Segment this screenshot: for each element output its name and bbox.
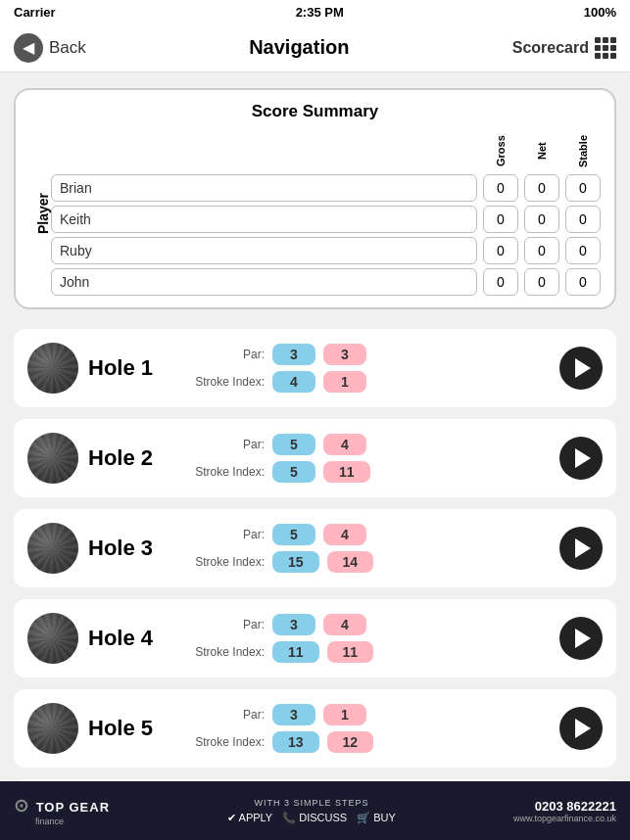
player-net-3: 0: [524, 268, 559, 296]
par-row: Par: 5 4: [186, 434, 550, 455]
hole-stats: Par: 3 3 Stroke Index: 4 1: [186, 344, 550, 393]
player-net-2: 0: [524, 237, 559, 264]
player-stable-0: 0: [565, 174, 601, 202]
hole-stats: Par: 3 4 Stroke Index: 11 11: [186, 614, 550, 663]
par-label: Par:: [186, 708, 265, 722]
main-content: Score Summary Player Gross Net Stable Br…: [0, 72, 630, 840]
player-stable-3: 0: [565, 268, 601, 296]
hole-title: Hole 3: [88, 536, 176, 561]
par-pink: 4: [323, 434, 366, 455]
stroke-row: Stroke Index: 5 11: [186, 461, 550, 483]
par-pink: 3: [323, 344, 366, 365]
player-column-label: Player: [29, 131, 51, 296]
scorecard-button[interactable]: Scorecard: [512, 37, 616, 59]
stroke-row: Stroke Index: 11 11: [186, 641, 550, 663]
par-blue: 5: [272, 524, 315, 545]
banner-phone: 0203 8622221: [513, 799, 616, 814]
player-net-0: 0: [524, 174, 559, 202]
hole-title: Hole 4: [88, 626, 176, 651]
play-button-1[interactable]: [559, 347, 603, 390]
par-row: Par: 3 3: [186, 344, 550, 365]
par-blue: 3: [272, 614, 315, 635]
stroke-blue: 13: [272, 731, 319, 753]
stroke-label: Stroke Index:: [186, 735, 265, 749]
player-name-3: John: [51, 268, 477, 296]
banner-buy: 🛒 BUY: [357, 812, 396, 824]
par-label: Par:: [186, 438, 265, 451]
play-icon: [575, 358, 591, 378]
play-button-2[interactable]: [559, 437, 603, 480]
hole-card-1: Hole 1 Par: 3 3 Stroke Index: 4 1: [14, 329, 616, 407]
golf-ball-icon: [27, 613, 78, 664]
banner-ad: ⊙ TOP GEAR finance WITH 3 SIMPLE STEPS ✔…: [0, 781, 630, 840]
stroke-row: Stroke Index: 13 12: [186, 731, 550, 753]
golf-ball-icon: [27, 343, 78, 394]
play-icon: [575, 629, 591, 648]
par-label: Par:: [186, 618, 265, 631]
banner-middle: WITH 3 SIMPLE STEPS ✔ APPLY 📞 DISCUSS 🛒 …: [227, 798, 396, 824]
banner-right: 0203 8622221 www.topgearfinance.co.uk: [513, 799, 616, 823]
play-button-5[interactable]: [559, 707, 603, 750]
par-pink: 1: [323, 704, 366, 725]
nav-bar: ◀ Back Navigation Scorecard: [0, 23, 630, 72]
back-circle-icon: ◀: [14, 33, 43, 63]
par-label: Par:: [186, 528, 265, 541]
par-row: Par: 3 4: [186, 614, 550, 635]
score-row: Ruby 0 0 0: [51, 237, 601, 264]
scorecard-label: Scorecard: [512, 39, 589, 57]
player-gross-0: 0: [483, 174, 518, 202]
banner-logo: ⊙ TOP GEAR finance: [14, 795, 110, 826]
status-carrier: Carrier: [14, 5, 56, 20]
hole-card-2: Hole 2 Par: 5 4 Stroke Index: 5 11: [14, 419, 616, 497]
player-net-1: 0: [524, 206, 559, 233]
player-gross-2: 0: [483, 237, 518, 264]
stroke-blue: 11: [272, 641, 319, 663]
play-button-3[interactable]: [559, 527, 603, 570]
back-label: Back: [49, 38, 86, 58]
par-blue: 3: [272, 704, 315, 725]
hole-stats: Par: 3 1 Stroke Index: 13 12: [186, 704, 550, 753]
play-icon: [575, 448, 591, 468]
banner-actions: ✔ APPLY 📞 DISCUSS 🛒 BUY: [227, 812, 396, 824]
banner-steps: WITH 3 SIMPLE STEPS: [227, 798, 396, 808]
hole-card-4: Hole 4 Par: 3 4 Stroke Index: 11 11: [14, 599, 616, 677]
hole-title: Hole 2: [88, 445, 176, 471]
status-battery: 100%: [584, 5, 616, 20]
play-icon: [575, 719, 591, 738]
banner-discuss: 📞 DISCUSS: [282, 812, 347, 824]
nav-title: Navigation: [249, 36, 349, 59]
stroke-row: Stroke Index: 4 1: [186, 371, 550, 393]
net-header: Net: [524, 131, 559, 170]
grid-icon: [595, 37, 616, 59]
stroke-pink: 11: [323, 461, 370, 483]
hole-stats: Par: 5 4 Stroke Index: 5 11: [186, 434, 550, 483]
stroke-blue: 5: [272, 461, 315, 483]
golf-ball-icon: [27, 433, 78, 484]
hole-card-3: Hole 3 Par: 5 4 Stroke Index: 15 14: [14, 509, 616, 587]
player-gross-1: 0: [483, 206, 518, 233]
score-row: Brian 0 0 0: [51, 174, 601, 202]
score-summary: Score Summary Player Gross Net Stable Br…: [14, 88, 616, 309]
back-button[interactable]: ◀ Back: [14, 33, 86, 63]
banner-logo-main: TOP GEAR: [36, 800, 110, 815]
stroke-pink: 12: [327, 731, 374, 753]
par-blue: 3: [272, 344, 315, 365]
player-name-2: Ruby: [51, 237, 477, 264]
stroke-label: Stroke Index:: [186, 465, 265, 479]
par-blue: 5: [272, 434, 315, 455]
score-summary-title: Score Summary: [29, 102, 601, 121]
stroke-label: Stroke Index:: [186, 375, 265, 389]
player-gross-3: 0: [483, 268, 518, 296]
banner-website: www.topgearfinance.co.uk: [513, 814, 616, 823]
banner-apply: ✔ APPLY: [227, 812, 272, 824]
hole-title: Hole 1: [88, 355, 176, 381]
status-time: 2:35 PM: [296, 5, 344, 20]
play-icon: [575, 538, 591, 558]
stable-header: Stable: [565, 131, 601, 170]
play-button-4[interactable]: [559, 617, 603, 660]
stroke-blue: 15: [272, 551, 319, 573]
par-label: Par:: [186, 348, 265, 361]
par-row: Par: 5 4: [186, 524, 550, 545]
status-bar: Carrier 2:35 PM 100%: [0, 0, 630, 23]
banner-logo-sub: finance: [14, 817, 110, 826]
